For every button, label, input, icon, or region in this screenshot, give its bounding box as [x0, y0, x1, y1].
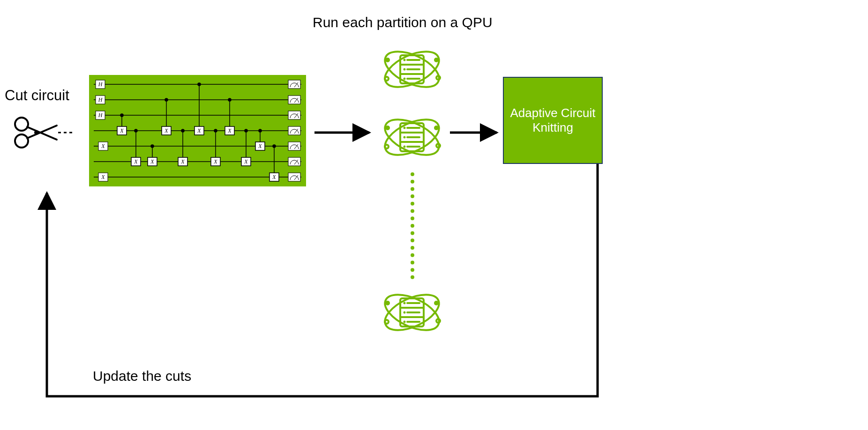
svg-rect-73 [288, 126, 300, 135]
svg-text:X: X [244, 158, 248, 165]
svg-text:H: H [98, 81, 103, 88]
svg-rect-79 [288, 173, 300, 181]
svg-point-107 [404, 136, 406, 139]
svg-point-30 [151, 145, 154, 148]
svg-point-34 [165, 98, 168, 101]
svg-point-84 [434, 58, 439, 62]
svg-text:H: H [98, 96, 103, 103]
svg-text:X: X [101, 143, 105, 149]
svg-point-109 [404, 146, 406, 148]
svg-point-50 [228, 98, 231, 101]
scissors-icon [12, 114, 72, 151]
svg-text:X: X [134, 158, 138, 165]
svg-point-86 [385, 77, 389, 81]
quantum-circuit-diagram: H H H X X X X X X X X X X X X [89, 75, 306, 186]
svg-point-94 [404, 78, 406, 80]
svg-point-92 [404, 68, 406, 71]
label-update-cuts: Update the cuts [93, 368, 191, 384]
svg-text:X: X [272, 174, 276, 180]
svg-rect-71 [288, 111, 300, 119]
label-cut-circuit: Cut circuit [5, 87, 69, 104]
svg-point-66 [273, 145, 276, 148]
qpu-icon [378, 284, 446, 341]
svg-rect-67 [288, 80, 300, 89]
svg-point-120 [404, 302, 406, 304]
svg-point-46 [214, 129, 217, 132]
svg-point-116 [385, 320, 389, 324]
svg-rect-77 [288, 157, 300, 166]
svg-text:X: X [120, 127, 124, 134]
svg-text:X: X [101, 174, 105, 180]
qpu-icon [378, 109, 446, 165]
svg-rect-69 [288, 96, 300, 104]
ellipsis-dotted-line [411, 172, 414, 279]
adaptive-circuit-knitting-box: Adaptive Circuit Knitting [503, 77, 603, 164]
svg-point-122 [404, 311, 406, 314]
svg-text:X: X [197, 127, 201, 134]
svg-text:X: X [227, 127, 232, 134]
svg-point-2 [35, 131, 38, 134]
label-run-partition: Run each partition on a QPU [313, 15, 493, 30]
svg-point-101 [385, 145, 389, 148]
svg-rect-75 [288, 142, 300, 150]
svg-point-105 [404, 127, 406, 129]
svg-point-113 [385, 301, 390, 305]
svg-point-1 [15, 134, 28, 148]
qpu-icon [378, 41, 446, 97]
svg-text:X: X [150, 158, 154, 165]
svg-text:X: X [258, 143, 262, 149]
svg-point-90 [404, 59, 406, 61]
svg-point-26 [135, 129, 137, 132]
svg-point-22 [120, 114, 123, 117]
svg-point-0 [15, 118, 28, 131]
svg-point-38 [181, 129, 184, 132]
svg-point-83 [385, 58, 390, 62]
svg-text:X: X [213, 158, 217, 165]
svg-text:H: H [98, 112, 103, 119]
svg-point-42 [198, 83, 201, 86]
svg-point-98 [385, 126, 390, 130]
svg-point-99 [434, 126, 439, 130]
svg-point-124 [404, 321, 406, 323]
svg-point-114 [434, 301, 439, 305]
svg-point-58 [259, 129, 262, 132]
svg-text:X: X [164, 127, 168, 134]
svg-point-54 [245, 129, 247, 132]
svg-text:X: X [180, 158, 185, 165]
